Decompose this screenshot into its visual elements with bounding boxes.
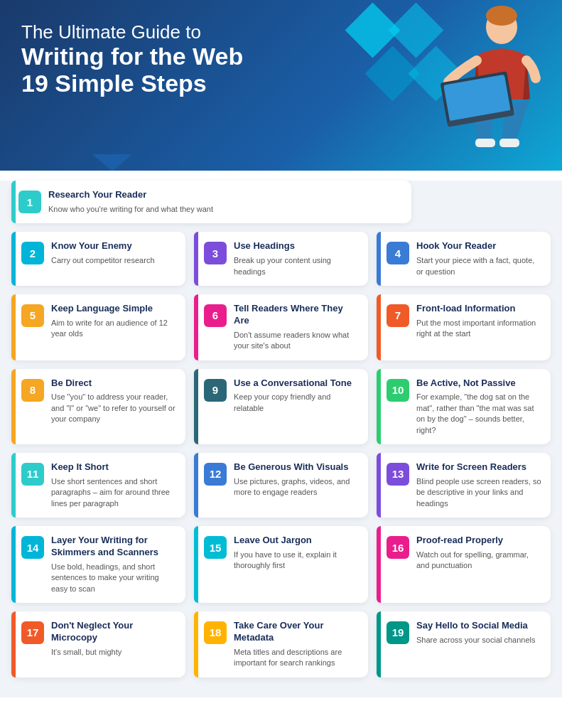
- row-1: 1 Research Your Reader Know who you're w…: [11, 181, 551, 223]
- card-5-desc: Aim to write for an audience of 12 year …: [51, 318, 177, 340]
- card-9-number: 9: [204, 379, 227, 402]
- card-9-title: Use a Conversational Tone: [234, 378, 360, 390]
- card-10-number: 10: [387, 379, 409, 402]
- card-8-desc: Use "you" to address your reader, and "I…: [51, 392, 177, 424]
- card-18-number: 18: [204, 621, 227, 644]
- card-5: 5 Keep Language Simple Aim to write for …: [11, 294, 185, 360]
- card-19-desc: Share across your social channels: [416, 635, 536, 646]
- card-4: 4 Hook Your Reader Start your piece with…: [377, 232, 551, 286]
- card-8-title: Be Direct: [51, 378, 177, 390]
- card-11-body: Keep It Short Use short sentences and sh…: [51, 461, 177, 509]
- card-3-body: Use Headings Break up your content using…: [234, 240, 360, 277]
- header-steps: 19 Simple Steps: [21, 70, 320, 97]
- card-15-accent: [194, 526, 198, 603]
- svg-point-1: [486, 6, 517, 26]
- card-2-title: Know Your Enemy: [51, 240, 155, 252]
- card-4-title: Hook Your Reader: [416, 240, 542, 252]
- card-6-desc: Don't assume readers know what your site…: [234, 330, 360, 352]
- row-4: 8 Be Direct Use "you" to address your re…: [11, 369, 551, 444]
- card-19-title: Say Hello to Social Media: [416, 620, 536, 632]
- card-12-number: 12: [204, 463, 227, 486]
- card-16-title: Proof-read Properly: [416, 535, 542, 547]
- card-16-accent: [377, 526, 381, 603]
- card-9: 9 Use a Conversational Tone Keep your co…: [194, 369, 368, 444]
- card-18-body: Take Care Over Your Metadata Meta titles…: [234, 620, 360, 669]
- card-10-body: Be Active, Not Passive For example, "the…: [416, 378, 542, 436]
- card-3-number: 3: [204, 242, 227, 264]
- card-5-body: Keep Language Simple Aim to write for an…: [51, 303, 177, 340]
- card-14: 14 Layer Your Writing for Skimmers and S…: [11, 526, 185, 603]
- card-13: 13 Write for Screen Readers Blind people…: [377, 453, 551, 518]
- card-13-accent: [377, 453, 381, 518]
- card-12-title: Be Generous With Visuals: [234, 461, 360, 473]
- card-14-title: Layer Your Writing for Skimmers and Scan…: [51, 535, 177, 559]
- card-13-title: Write for Screen Readers: [416, 461, 542, 473]
- card-17-desc: It's small, but mighty: [51, 647, 177, 658]
- row-3: 5 Keep Language Simple Aim to write for …: [11, 294, 551, 360]
- card-19-number: 19: [387, 621, 409, 644]
- header-section: The Ultimate Guide to Writing for the We…: [0, 0, 562, 171]
- card-6-body: Tell Readers Where They Are Don't assume…: [234, 303, 360, 352]
- person-illustration: [409, 0, 548, 160]
- card-7-title: Front-load Information: [416, 303, 542, 315]
- card-18: 18 Take Care Over Your Metadata Meta tit…: [194, 611, 368, 678]
- card-10-title: Be Active, Not Passive: [416, 378, 542, 390]
- card-18-accent: [194, 611, 198, 678]
- card-15-title: Leave Out Jargon: [234, 535, 360, 547]
- header-arrow: [92, 154, 132, 171]
- svg-rect-3: [499, 139, 519, 147]
- svg-rect-2: [475, 139, 495, 147]
- card-11-title: Keep It Short: [51, 461, 177, 473]
- card-11-desc: Use short sentences and short paragraphs…: [51, 476, 177, 509]
- card-5-title: Keep Language Simple: [51, 303, 177, 315]
- card-12-desc: Use pictures, graphs, videos, and more t…: [234, 476, 360, 498]
- card-14-number: 14: [21, 536, 44, 559]
- card-9-desc: Keep your copy friendly and relatable: [234, 392, 360, 414]
- card-8-number: 8: [21, 379, 44, 402]
- card-5-accent: [11, 294, 16, 360]
- card-6-title: Tell Readers Where They Are: [234, 303, 360, 327]
- card-17: 17 Don't Neglect Your Microcopy It's sma…: [11, 611, 185, 678]
- card-15-number: 15: [204, 536, 227, 559]
- card-1-title: Research Your Reader: [48, 189, 213, 201]
- card-10-accent: [377, 369, 381, 444]
- card-7-accent: [377, 294, 381, 360]
- card-7-body: Front-load Information Put the most impo…: [416, 303, 542, 340]
- header-title: Writing for the Web: [21, 43, 320, 70]
- card-2-number: 2: [21, 242, 44, 264]
- card-17-title: Don't Neglect Your Microcopy: [51, 620, 177, 644]
- card-14-accent: [11, 526, 16, 603]
- card-1-body: Research Your Reader Know who you're wri…: [48, 189, 213, 215]
- card-3-accent: [194, 232, 198, 286]
- card-8-accent: [11, 369, 16, 444]
- card-16: 16 Proof-read Properly Watch out for spe…: [377, 526, 551, 603]
- card-6-accent: [194, 294, 198, 360]
- card-6: 6 Tell Readers Where They Are Don't assu…: [194, 294, 368, 360]
- card-1-accent: [11, 181, 16, 223]
- card-8-body: Be Direct Use "you" to address your read…: [51, 378, 177, 425]
- card-11-accent: [11, 453, 16, 518]
- card-17-number: 17: [21, 621, 44, 644]
- card-6-number: 6: [204, 304, 227, 327]
- card-2: 2 Know Your Enemy Carry out competitor r…: [11, 232, 185, 286]
- header-text: The Ultimate Guide to Writing for the We…: [21, 21, 320, 97]
- card-8: 8 Be Direct Use "you" to address your re…: [11, 369, 185, 444]
- header-subtitle: The Ultimate Guide to: [21, 21, 320, 43]
- card-19: 19 Say Hello to Social Media Share acros…: [377, 611, 551, 678]
- card-4-number: 4: [387, 242, 409, 264]
- card-4-body: Hook Your Reader Start your piece with a…: [416, 240, 542, 277]
- card-18-title: Take Care Over Your Metadata: [234, 620, 360, 644]
- card-1-number: 1: [18, 191, 41, 213]
- card-15-desc: If you have to use it, explain it thorou…: [234, 550, 360, 572]
- card-13-desc: Blind people use screen readers, so be d…: [416, 476, 542, 509]
- card-12-accent: [194, 453, 198, 518]
- card-13-number: 13: [387, 463, 409, 486]
- card-1-desc: Know who you're writing for and what the…: [48, 204, 213, 215]
- row-6: 14 Layer Your Writing for Skimmers and S…: [11, 526, 551, 603]
- card-13-body: Write for Screen Readers Blind people us…: [416, 461, 542, 509]
- card-4-desc: Start your piece with a fact, quote, or …: [416, 255, 542, 277]
- card-4-accent: [377, 232, 381, 286]
- row-7: 17 Don't Neglect Your Microcopy It's sma…: [11, 611, 551, 678]
- card-1: 1 Research Your Reader Know who you're w…: [11, 181, 411, 223]
- card-14-body: Layer Your Writing for Skimmers and Scan…: [51, 535, 177, 594]
